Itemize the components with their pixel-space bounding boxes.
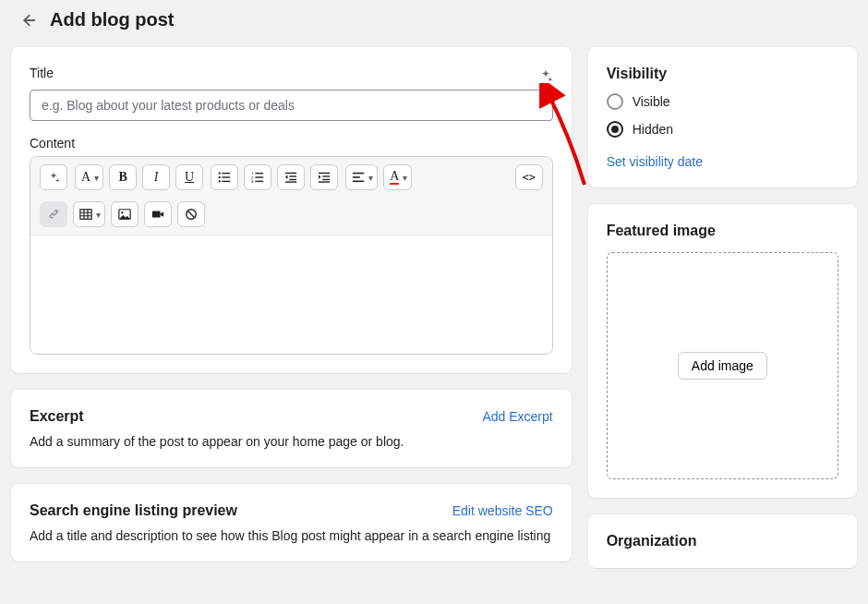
table-dropdown[interactable]: ▾	[73, 201, 105, 227]
editor-content-area[interactable]	[30, 236, 552, 354]
edit-seo-link[interactable]: Edit website SEO	[452, 503, 553, 518]
svg-rect-9	[256, 176, 264, 177]
svg-rect-23	[80, 210, 91, 220]
add-image-button[interactable]: Add image	[678, 352, 767, 380]
svg-point-0	[219, 172, 221, 174]
radio-icon	[607, 121, 623, 138]
image-drop-zone[interactable]: Add image	[607, 252, 838, 479]
visibility-hidden-label: Hidden	[633, 122, 673, 137]
set-visibility-date-link[interactable]: Set visibility date	[607, 154, 838, 169]
svg-rect-11	[256, 181, 264, 182]
rich-text-editor: A▾ B I U 123 ▾ A▾	[30, 156, 553, 355]
svg-rect-14	[289, 179, 296, 180]
title-label: Title	[30, 66, 54, 80]
svg-rect-19	[319, 181, 330, 182]
svg-rect-1	[223, 173, 231, 174]
clear-formatting-button[interactable]	[177, 201, 205, 227]
back-button[interactable]	[18, 11, 37, 30]
svg-rect-16	[319, 173, 330, 174]
svg-rect-12	[285, 173, 296, 174]
page-header: Add blog post	[0, 0, 868, 47]
outdent-button[interactable]	[277, 164, 305, 190]
svg-rect-18	[322, 179, 330, 180]
svg-rect-13	[289, 175, 296, 176]
svg-line-32	[188, 211, 195, 218]
text-color-dropdown[interactable]: A▾	[383, 164, 412, 190]
link-button	[40, 201, 67, 227]
html-view-button[interactable]: <>	[515, 164, 543, 190]
svg-rect-7	[256, 173, 264, 174]
svg-point-2	[219, 176, 221, 178]
visibility-visible-label: Visible	[633, 94, 670, 109]
svg-rect-20	[353, 173, 364, 175]
visibility-option-hidden[interactable]: Hidden	[607, 121, 838, 138]
visibility-heading: Visibility	[607, 66, 838, 82]
excerpt-hint: Add a summary of the post to appear on y…	[30, 434, 553, 449]
page-title: Add blog post	[50, 9, 174, 30]
radio-icon	[607, 93, 623, 110]
excerpt-heading: Excerpt	[30, 408, 84, 425]
align-dropdown[interactable]: ▾	[345, 164, 378, 190]
bullet-list-button[interactable]	[211, 164, 238, 190]
ai-sparkle-icon[interactable]	[538, 68, 553, 83]
seo-hint: Add a title and description to see how t…	[30, 528, 553, 543]
visibility-card: Visibility Visible Hidden Set visibility…	[588, 47, 857, 187]
underline-button[interactable]: U	[175, 164, 203, 190]
organization-heading: Organization	[607, 533, 838, 550]
organization-card: Organization	[588, 514, 857, 568]
seo-heading: Search engine listing preview	[30, 502, 237, 519]
seo-card: Search engine listing preview Edit websi…	[11, 484, 572, 562]
content-label: Content	[30, 136, 553, 151]
svg-rect-30	[152, 211, 161, 218]
visibility-option-visible[interactable]: Visible	[607, 93, 838, 110]
numbered-list-button[interactable]: 123	[244, 164, 271, 190]
svg-point-29	[121, 211, 123, 213]
svg-rect-5	[223, 181, 231, 182]
image-button[interactable]	[111, 201, 139, 227]
bold-button[interactable]: B	[109, 164, 137, 190]
svg-rect-3	[223, 176, 231, 177]
ai-assist-button[interactable]	[40, 164, 67, 190]
svg-rect-15	[285, 181, 296, 182]
featured-image-card: Featured image Add image	[588, 204, 857, 498]
svg-rect-17	[322, 175, 330, 176]
title-input[interactable]	[30, 90, 553, 121]
svg-text:3: 3	[251, 179, 254, 184]
heading-dropdown[interactable]: A▾	[75, 164, 103, 190]
svg-rect-21	[353, 176, 360, 178]
title-content-card: Title Content A▾ B I	[11, 47, 572, 373]
editor-toolbar: A▾ B I U 123 ▾ A▾	[30, 157, 552, 236]
excerpt-card: Excerpt Add Excerpt Add a summary of the…	[11, 390, 572, 467]
add-excerpt-link[interactable]: Add Excerpt	[482, 409, 552, 424]
svg-point-4	[219, 180, 221, 182]
featured-image-heading: Featured image	[607, 223, 838, 239]
svg-rect-22	[353, 181, 364, 183]
italic-button[interactable]: I	[142, 164, 170, 190]
video-button[interactable]	[144, 201, 172, 227]
indent-button[interactable]	[310, 164, 338, 190]
